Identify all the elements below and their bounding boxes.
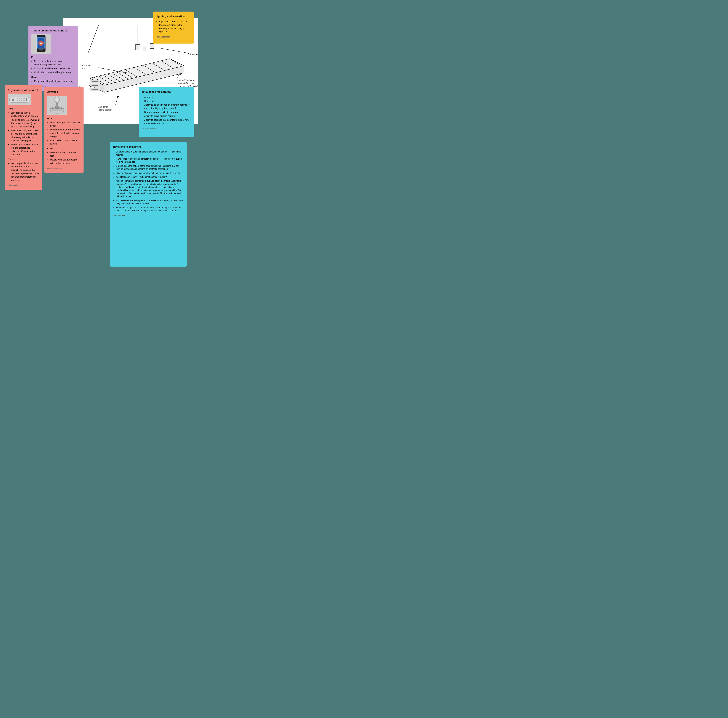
revisions-author: Neha Venkatesh (113, 214, 184, 217)
svg-rect-56 (19, 98, 20, 99)
joystick-card: Joystick Pros Gives feeling of more real… (44, 87, 84, 173)
physical-remote-card: Physical remote control Pros Less fatigu… (5, 85, 42, 189)
svg-point-70 (55, 107, 56, 108)
physical-remote-author: Neha Venkatesh (8, 184, 40, 187)
svg-text:▶: ▶ (40, 42, 42, 44)
list-item: Most convenient in terms of collapsabili… (34, 60, 75, 66)
svg-rect-63 (26, 98, 28, 101)
svg-rect-62 (23, 100, 25, 101)
revisions-title: Revisions to implement (113, 145, 184, 148)
list-item: Faster and more convenient than a touchs… (11, 118, 40, 128)
svg-text:Functional: Functional (81, 64, 91, 67)
joystick-cons-label: Cons (47, 147, 81, 150)
physical-remote-image (8, 94, 31, 105)
svg-point-54 (12, 98, 14, 101)
svg-marker-34 (117, 95, 119, 97)
svg-rect-60 (21, 100, 22, 101)
list-item: Grabholds on the bottom of the counter/c… (116, 165, 184, 171)
list-item: attatched to chair so harder to lose (50, 139, 81, 145)
svg-point-67 (55, 97, 60, 102)
list-item: Ability to be positioned at different he… (144, 103, 191, 110)
joystick-pros-label: Pros (47, 117, 81, 120)
svg-text:art: art (82, 67, 85, 70)
svg-text:barstools that move: barstools that move (177, 79, 195, 81)
revisions-card: Revisions to implement Different levels … (110, 142, 187, 267)
touchscreen-title: Touchscreen remote control (31, 29, 75, 32)
touchscreen-image: ▶ (31, 34, 51, 54)
svg-rect-61 (23, 98, 25, 99)
list-item: could move chair up or down and right or… (50, 128, 81, 138)
list-item: Gets in the way of the arm rest (50, 151, 81, 157)
joystick-image (47, 96, 67, 115)
svg-rect-58 (17, 100, 18, 101)
svg-rect-59 (19, 100, 20, 101)
list-item: Gives feeling of more realistic action (50, 121, 81, 128)
lighting-acoustics-author: Neha Venkatesh (156, 35, 191, 38)
barstool-ideas-list: Arm rests Seat back Ability to be positi… (141, 96, 191, 125)
svg-point-71 (58, 107, 60, 108)
list-item: Not compatible with screen readers and o… (11, 162, 40, 182)
svg-rect-55 (17, 98, 18, 99)
list-item: Seat back (144, 99, 191, 103)
list-item: Less fatigue than a traditional machine … (11, 111, 40, 118)
list-item: Adjustable arm rests? → button that push… (116, 176, 184, 179)
lighting-acoustics-card: Lighting and acoustics adjustable based … (153, 12, 194, 44)
touchscreen-cons-list: Easy to accidentally trigger something (31, 79, 75, 83)
list-item: Material: something comfortable but also… (116, 179, 184, 198)
lighting-acoustics-list: adjustable based on time of day, more vi… (156, 20, 191, 34)
joystick-title: Joystick (47, 90, 81, 94)
list-item: Ability to collapse into counter to adju… (144, 118, 191, 125)
barstool-ideas-title: Initial ideas for barstool (141, 90, 191, 94)
list-item: Could also connect with a phone app (34, 71, 75, 74)
svg-text:Interactive lighting: Interactive lighting (190, 53, 198, 56)
svg-rect-24 (150, 44, 154, 49)
list-item: Arm rests (144, 96, 191, 99)
barstool-ideas-author: Neha Venkatesh (141, 127, 191, 130)
svg-text:along counter: along counter (99, 108, 112, 111)
physical-pros-label: Pros (8, 107, 40, 110)
canvas-area: Interactive lighting Functional art exte… (0, 0, 728, 718)
svg-rect-57 (21, 98, 22, 99)
joystick-author: Neha Venkatesh (47, 167, 81, 170)
list-item: Have space to put legs underneath the co… (116, 157, 184, 164)
lighting-acoustics-title: Lighting and acoustics (156, 14, 191, 18)
list-item: Tactile buttons so users can feel the di… (11, 143, 40, 156)
svg-marker-28 (188, 52, 189, 54)
svg-rect-49 (39, 49, 43, 50)
svg-line-27 (159, 48, 189, 53)
list-item: adjustable based on time of day, more vi… (159, 20, 191, 34)
joystick-cons-list: Gets in the way of the arm rest Possibly… (47, 151, 81, 165)
physical-remote-title: Physical remote control (8, 88, 40, 92)
svg-rect-23 (143, 46, 147, 51)
svg-text:around the counter: around the counter (178, 82, 196, 84)
svg-line-26 (88, 25, 99, 53)
list-item: Different levels of stools on different … (116, 150, 184, 157)
list-item: Ability to move around counter (144, 115, 191, 118)
list-item: Though its easy to use, you still need t… (11, 129, 40, 142)
physical-pros-list: Less fatigue than a traditional machine … (8, 111, 40, 156)
touchscreen-pros-list: Most convenient in terms of collapsabili… (31, 60, 75, 74)
physical-cons-label: Cons (8, 158, 40, 161)
list-item: Remote control built into arm rest (144, 110, 191, 114)
touchscreen-cons-label: Cons (31, 76, 75, 79)
touchscreen-pros-label: Pros (31, 56, 75, 59)
list-item: Compatible with screen readers, etc. (34, 67, 75, 70)
list-item: Something people can put their feet on? … (116, 206, 184, 212)
revisions-list: Different levels of stools on different … (113, 150, 184, 212)
svg-point-69 (61, 107, 63, 109)
list-item: Possibly difficult for people with mobil… (50, 158, 81, 165)
svg-text:Grip holds: Grip holds (98, 105, 108, 108)
list-item: Make seats accessible to different peopl… (116, 172, 184, 175)
joystick-pros-list: Gives feeling of more realistic action c… (47, 121, 81, 145)
list-item: Back rest on lower and upper back (peopl… (116, 199, 184, 205)
list-item: Easy to accidentally trigger something (34, 79, 75, 83)
touchscreen-remote-card: Touchscreen remote control ▶ Pros Most c… (28, 26, 78, 91)
physical-cons-list: Not compatible with screen readers and o… (8, 162, 40, 182)
svg-rect-22 (136, 44, 140, 50)
barstool-ideas-card: Initial ideas for barstool Arm rests Sea… (139, 87, 194, 137)
svg-point-68 (52, 107, 54, 109)
